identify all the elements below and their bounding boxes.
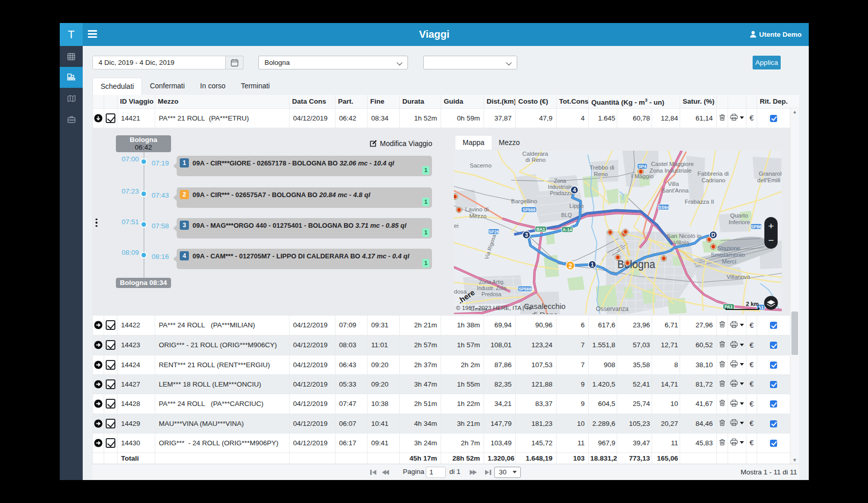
svg-text:Calderara: Calderara xyxy=(522,151,548,157)
svg-text:Villanova: Villanova xyxy=(727,274,751,280)
svg-text:Frabazza II: Frabazza II xyxy=(685,199,714,205)
svg-text:SP26: SP26 xyxy=(489,229,499,234)
svg-text:Lippo: Lippo xyxy=(569,203,584,209)
svg-text:ei: ei xyxy=(454,223,459,229)
svg-text:Industriale: Industriale xyxy=(548,184,573,190)
svg-text:Fabbreria di: Fabbreria di xyxy=(697,171,729,177)
svg-text:2 km: 2 km xyxy=(746,301,759,307)
svg-text:Inferiore: Inferiore xyxy=(729,219,750,225)
svg-text:Bologna: Bologna xyxy=(617,258,655,270)
svg-text:Merci: Merci xyxy=(722,258,736,265)
svg-text:Pradazza: Pradazza xyxy=(550,190,573,196)
svg-text:Zona Industriale: Zona Industriale xyxy=(649,167,691,174)
svg-text:A-14: A-14 xyxy=(563,227,572,232)
svg-text:Quarto: Quarto xyxy=(730,212,748,219)
svg-text:Smistamento: Smistamento xyxy=(711,252,745,258)
svg-text:Cadriano: Cadriano xyxy=(702,177,726,183)
svg-text:+: + xyxy=(768,221,774,231)
svg-text:di Reno: di Reno xyxy=(532,310,558,314)
svg-text:SP86: SP86 xyxy=(751,224,762,229)
svg-text:San Nicolò in: San Nicolò in xyxy=(667,233,702,239)
svg-text:Villola: Villola xyxy=(673,239,689,246)
svg-text:−: − xyxy=(768,235,774,246)
svg-text:Mezzo: Mezzo xyxy=(469,213,487,219)
svg-text:Osservanza: Osservanza xyxy=(596,305,629,313)
svg-text:Granarol: Granarol xyxy=(759,171,782,177)
svg-text:di Reno: di Reno xyxy=(525,157,546,163)
svg-text:Zona: Zona xyxy=(554,178,566,184)
svg-text:SP569: SP569 xyxy=(518,286,532,291)
svg-text:4: 4 xyxy=(573,187,576,193)
svg-text:Industr. Zola: Industr. Zola xyxy=(477,285,507,291)
svg-text:D: D xyxy=(711,232,715,238)
svg-text:Villa: Villa xyxy=(668,181,679,187)
svg-text:Sacerno: Sacerno xyxy=(470,162,492,169)
svg-text:3: 3 xyxy=(525,232,528,238)
svg-text:2: 2 xyxy=(569,262,572,269)
svg-text:BA1: BA1 xyxy=(536,226,545,231)
svg-text:SS64: SS64 xyxy=(659,204,669,209)
svg-text:1: 1 xyxy=(591,261,594,268)
svg-text:Reno: Reno xyxy=(594,171,608,177)
svg-text:Lavino di: Lavino di xyxy=(465,206,489,212)
svg-text:Trebbo di: Trebbo di xyxy=(590,164,614,171)
svg-text:Stazione: Stazione xyxy=(717,245,740,251)
svg-text:Bargellino: Bargellino xyxy=(511,198,537,204)
svg-text:dell'Emili: dell'Emili xyxy=(757,177,780,183)
svg-text:Zona Artig.: Zona Artig. xyxy=(479,279,505,285)
svg-text:Castel Maggiore: Castel Maggiore xyxy=(651,161,694,167)
svg-text:SP568: SP568 xyxy=(522,207,536,212)
svg-text:© 1987–2023 HERE, ITA | Te: © 1987–2023 HERE, ITA | Te xyxy=(456,305,532,311)
svg-text:SP4: SP4 xyxy=(638,163,646,169)
svg-text:BLQ: BLQ xyxy=(561,212,572,218)
svg-text:Sant'Anna: Sant'Anna xyxy=(662,187,689,194)
svg-text:Predosa: Predosa xyxy=(481,291,501,297)
